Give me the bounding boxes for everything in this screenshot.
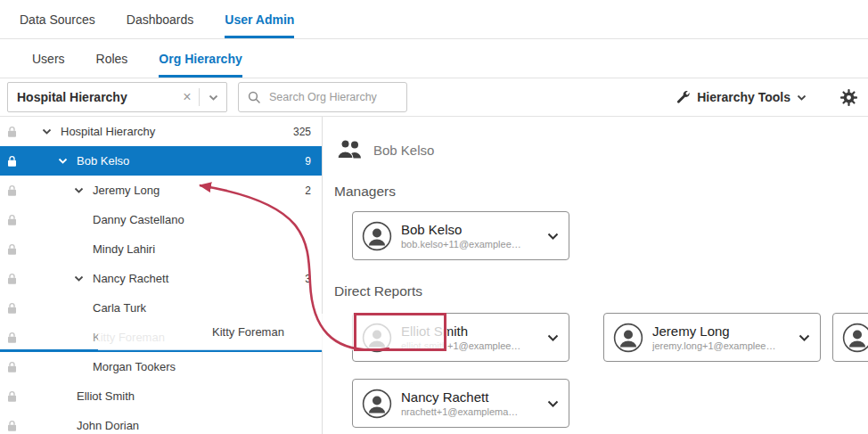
hierarchy-select-value: Hospital Hierarchy [8,90,176,104]
org-search-box [238,82,407,112]
avatar-icon [362,389,392,419]
lock-icon[interactable] [7,273,17,284]
avatar-icon [613,323,643,353]
group-icon [337,139,364,163]
lock-icon[interactable] [7,332,17,343]
tab-org-hierarchy[interactable]: Org Hierarchy [159,39,242,78]
tree-item-label: Carla Turk [93,301,146,315]
avatar-icon [362,323,392,353]
search-input[interactable] [267,90,406,104]
clear-icon[interactable]: × [176,90,199,104]
tree-item-label: Morgan Tookers [93,360,176,373]
tab-data-sources[interactable]: Data Sources [20,0,95,38]
user-name: Jeremy Long [652,323,775,339]
chevron-down-icon[interactable] [200,94,226,101]
tree-item-label: Nancy Rachett [93,272,168,285]
chevron-down-icon[interactable] [71,187,86,193]
user-email: bob.kelso+11@examplee… [401,239,521,250]
tree-item-count: 325 [293,126,311,138]
avatar-icon [842,323,868,353]
user-email: nrachett+1@examplema… [401,406,518,417]
lock-icon[interactable] [7,243,17,255]
wrench-icon [676,90,691,105]
tree-item-jeremy-long[interactable]: Jeremy Long 2 [0,176,322,205]
lock-icon[interactable] [7,184,17,196]
body: Hospital Hierarchy 325 Bob Kelso 9 Jerem… [0,117,868,434]
tab-user-admin[interactable]: User Admin [225,0,294,38]
top-nav: Data Sources Dashboards User Admin [0,0,868,39]
tab-dashboards[interactable]: Dashboards [127,0,194,38]
org-tree: Hospital Hierarchy 325 Bob Kelso 9 Jerem… [0,117,323,434]
tree-item-nancy-rachett[interactable]: Nancy Rachett 3 [0,264,322,293]
tree-item-count: 3 [305,273,311,285]
hierarchy-select[interactable]: Hospital Hierarchy × [7,82,227,112]
tree-item-label: Kitty Foreman [93,331,165,344]
user-name: Elliot Smith [401,323,520,339]
tree-item-label: Mindy Lahiri [93,242,155,256]
chevron-down-icon[interactable] [547,400,559,407]
tab-roles[interactable]: Roles [96,39,128,78]
tree-item-hospital-hierarchy[interactable]: Hospital Hierarchy 325 [0,117,322,146]
manager-card-bob-kelso[interactable]: Bob Kelso bob.kelso+11@examplee… [352,211,569,260]
user-admin-subnav: Users Roles Org Hierarchy [0,39,868,78]
chevron-down-icon[interactable] [39,128,53,135]
tree-item-kitty-foreman[interactable]: Kitty Foreman [0,323,322,352]
direct-report-card-partial[interactable] [832,313,868,362]
lock-icon[interactable] [7,420,17,431]
tree-item-count: 2 [305,184,311,197]
hierarchy-tools-label: Hierarchy Tools [697,90,790,104]
user-email: jeremy.long+1@examplee… [652,340,775,351]
lock-icon[interactable] [7,126,17,137]
lock-icon[interactable] [7,302,17,314]
tree-item-danny-castellano[interactable]: Danny Castellano [0,205,322,234]
detail-title: Bob Kelso [373,143,434,158]
chevron-down-icon[interactable] [798,334,810,341]
drop-indicator-line [0,349,322,352]
org-hierarchy-toolbar: Hospital Hierarchy × Hierarchy Tools [0,78,868,117]
lock-icon[interactable] [7,214,17,225]
user-email: elliot.smith+1@examplee… [401,340,520,351]
tree-item-label: Hospital Hierarchy [61,125,155,138]
tree-item-mindy-lahiri[interactable]: Mindy Lahiri [0,234,322,264]
direct-report-card-jeremy-long[interactable]: Jeremy Long jeremy.long+1@examplee… [603,313,821,362]
direct-reports-heading: Direct Reports [334,283,422,299]
lock-icon[interactable] [7,155,17,167]
search-icon [248,91,261,104]
direct-report-card-elliot-smith[interactable]: Elliot Smith elliot.smith+1@examplee… [352,313,569,362]
lock-icon[interactable] [7,390,17,402]
tree-item-carla-turk[interactable]: Carla Turk [0,293,322,323]
hierarchy-tools-button[interactable]: Hierarchy Tools [676,90,807,105]
user-name: Nancy Rachett [401,389,518,405]
detail-panel: Bob Kelso Managers Bob Kelso bob.kelso+1… [323,117,868,434]
managers-heading: Managers [334,184,396,200]
gear-icon [840,89,857,106]
tree-item-label: John Dorian [77,419,139,432]
tree-item-label: Danny Castellano [93,213,184,226]
lock-icon[interactable] [7,361,17,373]
chevron-down-icon [797,94,807,101]
avatar-icon [362,221,392,251]
direct-report-card-nancy-rachett[interactable]: Nancy Rachett nrachett+1@examplema… [352,379,569,428]
chevron-down-icon[interactable] [71,275,86,282]
settings-gear-button[interactable] [840,89,857,106]
chevron-down-icon[interactable] [547,233,559,240]
tree-item-count: 9 [305,155,311,168]
tab-users[interactable]: Users [32,39,65,78]
tree-item-bob-kelso[interactable]: Bob Kelso 9 [0,146,322,176]
chevron-down-icon[interactable] [547,334,559,341]
user-name: Bob Kelso [401,222,521,237]
tree-item-label: Jeremy Long [93,184,160,197]
tree-item-label: Bob Kelso [77,154,129,168]
tree-item-john-dorian[interactable]: John Dorian [0,411,322,434]
tree-item-label: Elliot Smith [77,389,135,403]
tree-item-elliot-smith[interactable]: Elliot Smith [0,381,322,411]
chevron-down-icon[interactable] [55,158,70,164]
tree-item-morgan-tookers[interactable]: Morgan Tookers [0,352,322,381]
